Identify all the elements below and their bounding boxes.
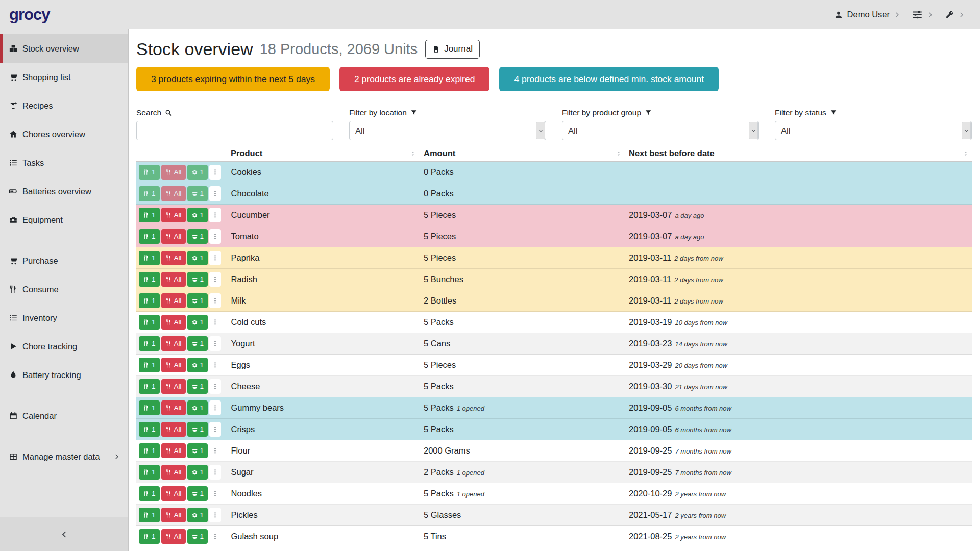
open-one-button[interactable]: 1 bbox=[187, 486, 208, 501]
row-menu-button[interactable] bbox=[209, 315, 221, 330]
consume-all-button[interactable]: All bbox=[161, 465, 186, 480]
alert-expiring[interactable]: 3 products expiring within the next 5 da… bbox=[136, 67, 330, 91]
sidebar-item-consume[interactable]: Consume bbox=[0, 275, 128, 304]
consume-all-button[interactable]: All bbox=[161, 251, 186, 265]
consume-one-button[interactable]: 1 bbox=[139, 400, 160, 415]
sidebar-item-purchase[interactable]: Purchase bbox=[0, 246, 128, 275]
row-menu-button[interactable] bbox=[209, 508, 221, 522]
consume-all-button[interactable]: All bbox=[161, 486, 186, 501]
consume-one-button[interactable]: 1 bbox=[139, 422, 160, 437]
sidebar-item-battery-tracking[interactable]: Battery tracking bbox=[0, 361, 128, 389]
row-menu-button[interactable] bbox=[209, 208, 221, 222]
consume-all-button[interactable]: All bbox=[161, 379, 186, 394]
settings-menu[interactable] bbox=[912, 9, 934, 20]
row-menu-button[interactable] bbox=[209, 186, 221, 201]
consume-all-button[interactable]: All bbox=[161, 229, 186, 244]
open-one-button[interactable]: 1 bbox=[187, 251, 208, 265]
open-one-button[interactable]: 1 bbox=[187, 293, 208, 308]
consume-one-button[interactable]: 1 bbox=[139, 465, 160, 480]
droplet-icon bbox=[9, 370, 18, 380]
sidebar-item-inventory[interactable]: Inventory bbox=[0, 304, 128, 332]
open-one-button[interactable]: 1 bbox=[187, 315, 208, 330]
open-one-button[interactable]: 1 bbox=[187, 400, 208, 415]
open-one-button[interactable]: 1 bbox=[187, 336, 208, 351]
open-one-button[interactable]: 1 bbox=[187, 422, 208, 437]
consume-one-button[interactable]: 1 bbox=[139, 358, 160, 372]
consume-all-button[interactable]: All bbox=[161, 315, 186, 330]
status-select[interactable]: All bbox=[775, 121, 972, 140]
open-one-button[interactable]: 1 bbox=[187, 508, 208, 522]
sidebar-item-chores-overview[interactable]: Chores overview bbox=[0, 120, 128, 148]
consume-one-button[interactable]: 1 bbox=[139, 529, 160, 544]
amount-column-header[interactable]: Amount bbox=[421, 145, 626, 162]
consume-all-button[interactable]: All bbox=[161, 529, 186, 544]
consume-one-button[interactable]: 1 bbox=[139, 293, 160, 308]
sidebar-item-stock-overview[interactable]: Stock overview bbox=[0, 34, 128, 63]
sidebar-item-equipment[interactable]: Equipment bbox=[0, 206, 128, 234]
journal-button[interactable]: Journal bbox=[425, 40, 480, 59]
open-one-button[interactable]: 1 bbox=[187, 272, 208, 287]
open-one-button[interactable]: 1 bbox=[187, 358, 208, 372]
open-one-button[interactable]: 1 bbox=[187, 443, 208, 458]
product-column-header[interactable]: Product bbox=[228, 145, 421, 162]
alert-expired[interactable]: 2 products are already expired bbox=[339, 67, 489, 91]
sort-icon[interactable] bbox=[409, 150, 416, 157]
admin-menu[interactable] bbox=[945, 10, 965, 19]
open-one-button[interactable]: 1 bbox=[187, 465, 208, 480]
consume-one-button[interactable]: 1 bbox=[139, 251, 160, 265]
consume-all-button[interactable]: All bbox=[161, 293, 186, 308]
consume-all-button[interactable]: All bbox=[161, 272, 186, 287]
row-menu-button[interactable] bbox=[209, 272, 221, 287]
location-select[interactable]: All bbox=[349, 121, 546, 140]
consume-all-button[interactable]: All bbox=[161, 422, 186, 437]
consume-all-button[interactable]: All bbox=[161, 358, 186, 372]
row-menu-button[interactable] bbox=[209, 229, 221, 244]
user-menu[interactable]: Demo User bbox=[835, 10, 900, 19]
sidebar-collapse-button[interactable] bbox=[0, 517, 128, 551]
product-group-select[interactable]: All bbox=[562, 121, 759, 140]
grocy-logo[interactable]: grocy bbox=[9, 6, 50, 24]
consume-one-button[interactable]: 1 bbox=[139, 379, 160, 394]
consume-all-button[interactable]: All bbox=[161, 400, 186, 415]
open-one-button[interactable]: 1 bbox=[187, 529, 208, 544]
consume-one-button[interactable]: 1 bbox=[139, 336, 160, 351]
row-menu-button[interactable] bbox=[209, 443, 221, 458]
consume-one-button[interactable]: 1 bbox=[139, 443, 160, 458]
row-menu-button[interactable] bbox=[209, 379, 221, 394]
row-menu-button[interactable] bbox=[209, 529, 221, 544]
search-input[interactable] bbox=[136, 121, 333, 140]
consume-all-button[interactable]: All bbox=[161, 336, 186, 351]
sidebar-item-calendar[interactable]: Calendar bbox=[0, 402, 128, 430]
consume-one-button[interactable]: 1 bbox=[139, 208, 160, 222]
consume-all-button[interactable]: All bbox=[161, 443, 186, 458]
consume-one-button[interactable]: 1 bbox=[139, 229, 160, 244]
row-menu-button[interactable] bbox=[209, 165, 221, 180]
best-before-column-header[interactable]: Next best before date bbox=[626, 145, 972, 162]
sidebar-item-tasks[interactable]: Tasks bbox=[0, 148, 128, 177]
consume-one-button[interactable]: 1 bbox=[139, 486, 160, 501]
sidebar-item-manage-master-data[interactable]: Manage master data bbox=[0, 442, 128, 471]
row-menu-button[interactable] bbox=[209, 400, 221, 415]
sidebar-item-recipes[interactable]: Recipes bbox=[0, 91, 128, 120]
open-one-button[interactable]: 1 bbox=[187, 229, 208, 244]
sort-icon[interactable] bbox=[615, 150, 622, 157]
sidebar-item-shopping-list[interactable]: Shopping list bbox=[0, 63, 128, 91]
row-menu-button[interactable] bbox=[209, 336, 221, 351]
row-menu-button[interactable] bbox=[209, 422, 221, 437]
open-one-button[interactable]: 1 bbox=[187, 208, 208, 222]
row-menu-button[interactable] bbox=[209, 293, 221, 308]
row-menu-button[interactable] bbox=[209, 358, 221, 372]
alert-belowmin[interactable]: 4 products are below defined min. stock … bbox=[499, 67, 719, 91]
consume-one-button[interactable]: 1 bbox=[139, 272, 160, 287]
row-menu-button[interactable] bbox=[209, 251, 221, 265]
consume-one-button[interactable]: 1 bbox=[139, 315, 160, 330]
consume-all-button[interactable]: All bbox=[161, 508, 186, 522]
consume-all-button[interactable]: All bbox=[161, 208, 186, 222]
sidebar-item-batteries-overview[interactable]: Batteries overview bbox=[0, 177, 128, 206]
consume-one-button[interactable]: 1 bbox=[139, 508, 160, 522]
row-menu-button[interactable] bbox=[209, 465, 221, 480]
row-menu-button[interactable] bbox=[209, 486, 221, 501]
sort-icon[interactable] bbox=[962, 150, 969, 157]
open-one-button[interactable]: 1 bbox=[187, 379, 208, 394]
sidebar-item-chore-tracking[interactable]: Chore tracking bbox=[0, 332, 128, 361]
